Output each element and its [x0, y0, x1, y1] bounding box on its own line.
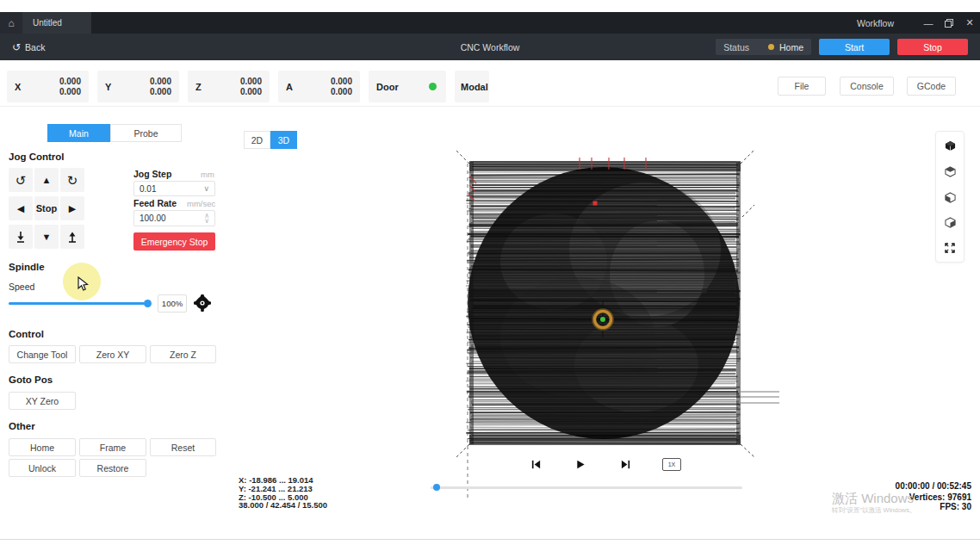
dro-axis-z: Z 0.000 0.000 — [188, 71, 270, 102]
console-panel-button[interactable]: Console — [840, 77, 894, 96]
axis-values: 0.000 0.000 — [150, 77, 179, 96]
control-heading: Control — [9, 329, 44, 339]
dro-axis-y: Y 0.000 0.000 — [97, 71, 179, 102]
tab-3d[interactable]: 3D — [270, 131, 297, 149]
stop-button[interactable]: Stop — [897, 39, 968, 55]
restore-button[interactable] — [939, 12, 959, 34]
home-button[interactable]: Home — [9, 438, 76, 456]
jog-rotate-ccw-button[interactable]: ↺ — [9, 168, 33, 192]
xy-zero-button[interactable]: XY Zero — [9, 392, 76, 410]
axis-work-pos: 0.000 — [150, 77, 171, 86]
playback-speed-badge[interactable]: 1X — [662, 458, 681, 471]
zero-z-button[interactable]: Zero Z — [150, 345, 216, 363]
dro-axis-a: A 0.000 0.000 — [278, 71, 360, 102]
jog-y-plus-button[interactable]: ▲ — [34, 168, 59, 192]
arrow-down-icon: ▼ — [42, 232, 52, 242]
gcode-panel-button[interactable]: GCode — [907, 77, 956, 96]
tab-probe[interactable]: Probe — [110, 124, 182, 142]
axis-machine-pos: 0.000 — [59, 87, 81, 96]
titlebar-right: Workflow — ✕ — [857, 12, 980, 34]
progress-slider[interactable] — [431, 486, 742, 489]
minimize-button[interactable]: — — [918, 12, 939, 34]
other-heading: Other — [9, 421, 35, 431]
workflow-toolbar: ↺ Back CNC Workflow Status Home Start St… — [0, 34, 980, 60]
tab-2d[interactable]: 2D — [244, 131, 270, 149]
chevron-down-icon: ∨ — [203, 184, 209, 193]
bottom-divider — [0, 539, 980, 540]
emergency-stop-button[interactable]: Emergency Stop — [133, 232, 215, 251]
jog-x-minus-button[interactable]: ◀ — [9, 196, 33, 220]
view-front-cube-icon[interactable] — [945, 192, 956, 203]
view-top-cube-icon[interactable] — [945, 166, 956, 177]
app-window: ⌂ Untitled Workflow — ✕ ↺ Back CNC Workf… — [0, 0, 980, 551]
skip-to-end-button[interactable] — [617, 456, 633, 472]
arrow-up-from-bar-icon — [67, 231, 78, 243]
jog-y-minus-button[interactable]: ▼ — [34, 225, 59, 249]
progress-slider-handle[interactable] — [433, 484, 440, 491]
spindle-gear-icon[interactable] — [193, 294, 212, 313]
bounds-dimensions: 38.000 / 42.454 / 15.500 — [239, 501, 327, 510]
axis-machine-pos: 0.000 — [240, 87, 262, 96]
door-status-dot-icon — [429, 83, 437, 90]
frame-button[interactable]: Frame — [79, 438, 146, 456]
feed-rate-label: Feed Rate — [133, 198, 177, 208]
restore-button-panel[interactable]: Restore — [79, 459, 146, 477]
jog-z-down-button[interactable] — [9, 225, 33, 249]
file-panel-button[interactable]: File — [778, 77, 826, 96]
jog-rotate-cw-button[interactable]: ↻ — [60, 168, 84, 192]
playback-controls: 1X — [528, 456, 681, 472]
jog-stop-button[interactable]: Stop — [34, 196, 59, 220]
house-glyph: ⌂ — [8, 17, 14, 29]
speed-slider-fill — [9, 302, 145, 305]
zero-xy-button[interactable]: Zero XY — [79, 345, 146, 363]
axis-machine-pos: 0.000 — [331, 87, 352, 96]
titlebar: ⌂ Untitled Workflow — ✕ — [0, 12, 980, 34]
jog-x-plus-button[interactable]: ▶ — [60, 196, 84, 220]
dro-axis-x: X 0.000 0.000 — [7, 71, 89, 102]
skip-start-icon — [530, 459, 542, 470]
arrow-left-icon: ◀ — [17, 203, 24, 214]
document-tab[interactable]: Untitled — [22, 12, 91, 34]
windows-activation-watermark-sub: 转到“设置”以激活 Windows。 — [832, 506, 916, 515]
jog-stop-label: Stop — [36, 203, 57, 214]
fit-fullscreen-icon[interactable] — [945, 243, 955, 253]
speed-value-box[interactable]: 100% — [158, 294, 187, 313]
windows-activation-watermark: 激活 Windows — [832, 491, 914, 507]
reset-button[interactable]: Reset — [150, 438, 216, 456]
view-side-cube-icon[interactable] — [945, 217, 956, 228]
jog-control-heading: Jog Control — [9, 152, 65, 162]
status-dot-icon — [768, 44, 774, 50]
elapsed-total-time: 00:00:00 / 00:52:45 — [896, 481, 971, 491]
skip-to-start-button[interactable] — [528, 456, 543, 472]
tab-main[interactable]: Main — [47, 124, 110, 142]
jog-step-unit: mm — [201, 170, 214, 179]
back-button[interactable]: ↺ Back — [12, 41, 45, 53]
unlock-button[interactable]: Unlock — [9, 459, 76, 477]
axis-label: Y — [97, 82, 111, 92]
start-button[interactable]: Start — [819, 39, 890, 55]
jog-step-select[interactable]: 0.01 ∨ — [133, 181, 215, 196]
change-tool-button[interactable]: Change Tool — [9, 345, 76, 363]
view-iso-cube-icon[interactable] — [945, 140, 956, 152]
play-button[interactable] — [573, 456, 588, 472]
skip-end-icon — [620, 459, 631, 470]
status-mode: Home — [779, 42, 803, 53]
status-chip[interactable]: Status Home — [716, 39, 811, 55]
axis-label: Z — [188, 82, 202, 92]
toolbar-right: Status Home Start Stop — [716, 39, 968, 55]
vertices-count: Vertices: 97691 — [909, 492, 971, 502]
speed-slider-handle[interactable] — [144, 300, 152, 307]
spindle-heading: Spindle — [9, 262, 45, 272]
back-icon: ↺ — [12, 41, 21, 53]
arrow-down-to-bar-icon — [16, 231, 26, 243]
feed-rate-input[interactable]: 100.00 ∧∨ — [133, 210, 215, 226]
close-button[interactable]: ✕ — [959, 12, 980, 34]
jog-z-up-button[interactable] — [60, 225, 84, 249]
spinner-arrows-icon[interactable]: ∧∨ — [204, 214, 209, 224]
home-icon[interactable]: ⌂ — [0, 12, 22, 34]
axis-work-pos: 0.000 — [59, 77, 81, 86]
feed-rate-unit: mm/sec — [187, 199, 215, 208]
header-divider — [0, 106, 980, 107]
rotate-cw-icon: ↻ — [67, 174, 78, 187]
axis-machine-pos: 0.000 — [150, 87, 171, 96]
